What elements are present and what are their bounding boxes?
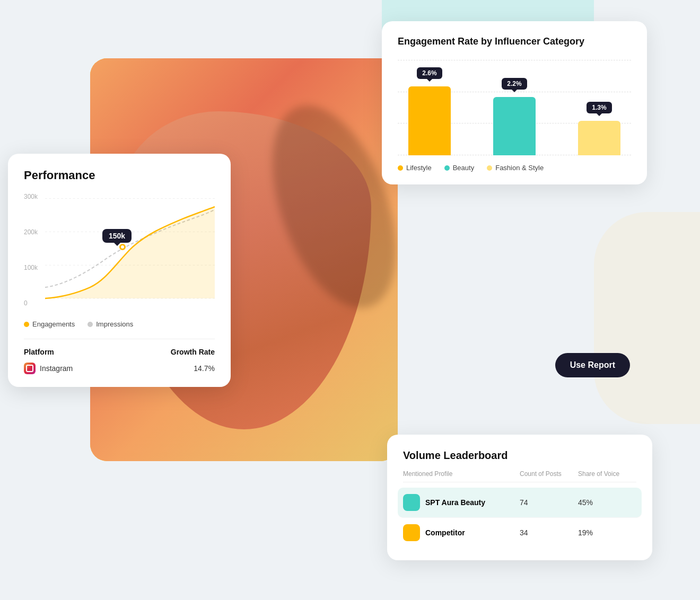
bar-chart-area: 2.6% 2.2% 1.3%: [398, 60, 631, 155]
eng-dot-lifestyle: [398, 165, 403, 171]
legend-dot-impressions: [88, 322, 93, 327]
eng-legend-beauty: Beauty: [444, 164, 474, 172]
bar-badge-fashion: 1.3%: [587, 102, 611, 113]
bg-blob-right: [594, 212, 700, 424]
profile-name-spt: SPT Aura Beauty: [425, 498, 485, 507]
y-label-200k: 200k: [24, 228, 38, 236]
bar-fashion: 1.3%: [567, 121, 631, 155]
legend-label-impressions: Impressions: [96, 320, 133, 328]
eng-label-beauty: Beauty: [453, 164, 474, 172]
engagement-title: Engagement Rate by Influencer Category: [398, 36, 631, 47]
eng-dot-fashion: [487, 165, 492, 171]
col-growth: Growth Rate: [171, 348, 215, 356]
bar-rect-fashion: [578, 121, 620, 155]
y-axis-labels: 300k 200k 100k 0: [24, 193, 38, 310]
avatar-spt: [403, 494, 420, 511]
use-report-button[interactable]: Use Report: [555, 353, 630, 377]
bar-beauty: 2.2%: [483, 97, 546, 155]
y-label-0: 0: [24, 299, 38, 307]
legend-label-engagements: Engagements: [32, 320, 75, 328]
profile-cell-spt: SPT Aura Beauty: [403, 494, 520, 511]
platform-table-header: Platform Growth Rate: [24, 348, 215, 356]
avatar-competitor: [403, 524, 420, 541]
table-row-instagram: Instagram 14.7%: [24, 363, 215, 374]
chart-legend: Engagements Impressions: [24, 320, 215, 328]
eng-label-fashion: Fashion & Style: [495, 164, 544, 172]
leaderboard-title: Volume Leaderboard: [403, 449, 636, 462]
count-competitor: 34: [520, 528, 578, 537]
profile-cell-competitor: Competitor: [403, 524, 520, 541]
card-divider: [24, 339, 215, 339]
y-label-300k: 300k: [24, 193, 38, 200]
engagement-legend: Lifestyle Beauty Fashion & Style: [398, 164, 631, 172]
leaderboard-card: Volume Leaderboard Mentioned Profile Cou…: [387, 435, 652, 560]
bar-rect-beauty: [493, 97, 536, 155]
platform-name: Instagram: [40, 364, 73, 373]
y-label-100k: 100k: [24, 264, 38, 271]
eng-legend-fashion: Fashion & Style: [487, 164, 544, 172]
grid-line-1: [398, 60, 631, 60]
legend-engagements: Engagements: [24, 320, 75, 328]
col-mentioned-profile: Mentioned Profile: [403, 470, 520, 478]
bar-badge-beauty: 2.2%: [502, 78, 527, 90]
engagement-card: Engagement Rate by Influencer Category 2…: [382, 21, 647, 184]
bar-lifestyle: 2.6%: [398, 86, 461, 155]
share-spt: 45%: [578, 498, 636, 507]
share-competitor: 19%: [578, 528, 636, 537]
legend-impressions: Impressions: [88, 320, 133, 328]
bar-rect-lifestyle: [408, 86, 451, 155]
instagram-icon: [24, 363, 36, 374]
legend-dot-engagements: [24, 322, 29, 327]
count-spt: 74: [520, 498, 578, 507]
eng-legend-lifestyle: Lifestyle: [398, 164, 432, 172]
leaderboard-header: Mentioned Profile Count of Posts Share o…: [403, 470, 636, 482]
leaderboard-row-competitor: Competitor 34 19%: [403, 518, 636, 548]
col-share-voice: Share of Voice: [578, 470, 636, 478]
leaderboard-row-spt: SPT Aura Beauty 74 45%: [398, 488, 642, 518]
performance-title: Performance: [24, 169, 215, 182]
col-count-posts: Count of Posts: [520, 470, 578, 478]
performance-chart: 300k 200k 100k 0 150k: [24, 193, 215, 310]
eng-label-lifestyle: Lifestyle: [406, 164, 432, 172]
chart-dot: [119, 244, 126, 250]
bar-badge-lifestyle: 2.6%: [417, 67, 442, 79]
chart-tooltip: 150k: [102, 229, 132, 243]
performance-card: Performance 300k 200k 100k 0: [8, 154, 231, 387]
profile-name-competitor: Competitor: [425, 528, 465, 537]
eng-dot-beauty: [444, 165, 450, 171]
growth-rate: 14.7%: [194, 364, 215, 373]
platform-cell: Instagram: [24, 363, 73, 374]
col-platform: Platform: [24, 348, 54, 356]
chart-svg-area: [45, 193, 215, 310]
